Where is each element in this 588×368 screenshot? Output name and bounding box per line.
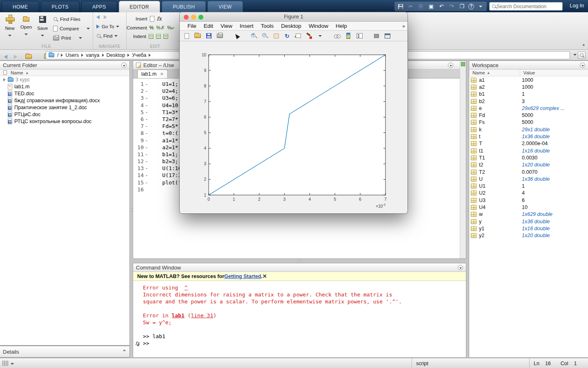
- command-output[interactable]: Error using ^Incorrect dimensions for ra…: [133, 281, 466, 347]
- undo-icon[interactable]: ↶: [438, 3, 445, 10]
- brush-dropdown-icon[interactable]: [316, 32, 324, 40]
- error-link[interactable]: ^: [185, 285, 188, 291]
- insert-fx-icon[interactable]: fx: [157, 16, 162, 22]
- menu-overflow-icon[interactable]: »: [402, 23, 408, 29]
- print-dropdown-icon[interactable]: [79, 37, 82, 39]
- table-row[interactable]: a11000: [469, 76, 588, 83]
- getting-started-link[interactable]: Getting Started: [224, 274, 261, 279]
- insert-icon[interactable]: [150, 16, 154, 22]
- nav-back-icon[interactable]: [4, 53, 7, 61]
- breadcrumb-segment[interactable]: vanya: [86, 52, 99, 58]
- open-dropdown-icon[interactable]: [24, 34, 28, 35]
- table-row[interactable]: U410: [469, 204, 588, 211]
- list-item[interactable]: РТЦС контрольные вопросы.doc: [0, 118, 129, 125]
- pan-hand-icon[interactable]: [272, 32, 280, 40]
- indent-left-icon[interactable]: [163, 34, 168, 39]
- menu-view[interactable]: View: [217, 23, 236, 29]
- rotate-3d-icon[interactable]: ↻: [283, 32, 291, 40]
- forward-icon[interactable]: [104, 15, 107, 19]
- search-input[interactable]: [497, 4, 558, 9]
- banner-close-icon[interactable]: ✕: [263, 274, 267, 279]
- new-document-icon[interactable]: [183, 32, 190, 40]
- save-dropdown-icon[interactable]: [41, 35, 44, 36]
- table-row[interactable]: U11: [469, 182, 588, 189]
- wrap-comment-icon[interactable]: %⤶: [167, 25, 174, 31]
- back-icon[interactable]: [96, 15, 100, 19]
- tab-publish[interactable]: PUBLISH: [162, 1, 206, 12]
- tab-plots[interactable]: PLOTS: [41, 1, 80, 12]
- open-file-icon[interactable]: [194, 32, 201, 40]
- list-item[interactable]: РТЦиС.doc: [0, 111, 129, 118]
- table-row[interactable]: T20.0070: [469, 168, 588, 175]
- table-row[interactable]: a21000: [469, 83, 588, 90]
- ws-name-column-header[interactable]: Name: [472, 70, 485, 75]
- tab-editor[interactable]: EDITOR: [119, 1, 160, 12]
- fx-prompt-icon[interactable]: fx: [135, 340, 140, 347]
- print-button[interactable]: Print: [53, 34, 82, 42]
- save-button[interactable]: Save: [34, 15, 51, 38]
- figure-window[interactable]: Figure 1 FileEditViewInsertToolsDesktopW…: [180, 12, 408, 213]
- window-switch-icon[interactable]: ❐: [458, 3, 466, 10]
- compare-button[interactable]: Compare: [53, 25, 90, 32]
- table-row[interactable]: y1x36 double: [469, 218, 588, 225]
- tab-view[interactable]: VIEW: [207, 1, 243, 12]
- open-button[interactable]: Open: [18, 15, 34, 37]
- menu-desktop[interactable]: Desktop: [277, 23, 305, 29]
- zoom-in-icon[interactable]: [250, 32, 258, 40]
- editor-tab-grip[interactable]: [133, 70, 137, 78]
- arrow-cursor-icon[interactable]: [233, 32, 241, 40]
- redo-icon[interactable]: ↷: [448, 3, 455, 10]
- file-type-column-icon[interactable]: [3, 70, 7, 75]
- new-button[interactable]: New: [2, 15, 18, 38]
- table-row[interactable]: U1x36 double: [469, 175, 588, 182]
- table-row[interactable]: y21x20 double: [469, 232, 588, 239]
- save-figure-icon[interactable]: [205, 32, 212, 40]
- list-item[interactable]: 3 курс: [0, 76, 129, 83]
- collapse-ribbon-button[interactable]: ▴: [582, 42, 585, 47]
- tab-apps[interactable]: APPS: [81, 1, 117, 12]
- uncomment-icon[interactable]: %✗: [156, 25, 165, 31]
- find-button[interactable]: Find: [96, 34, 118, 38]
- insert-legend-icon[interactable]: [356, 32, 363, 40]
- menu-tools[interactable]: Tools: [257, 23, 278, 29]
- table-row[interactable]: T10.0030: [469, 154, 588, 161]
- compare-dropdown-icon[interactable]: [87, 28, 90, 29]
- table-row[interactable]: t21x20 double: [469, 162, 588, 168]
- statusbar-grip-dropdown-icon[interactable]: [11, 363, 14, 365]
- ws-value-column-header[interactable]: Value: [520, 70, 535, 76]
- table-row[interactable]: w1x629 double: [469, 211, 588, 218]
- list-item[interactable]: lab1.m: [0, 83, 129, 90]
- data-cursor-icon[interactable]: [294, 32, 302, 40]
- expand-icon[interactable]: [3, 78, 6, 81]
- table-row[interactable]: b11: [469, 91, 588, 98]
- nav-forward-icon[interactable]: [14, 53, 17, 61]
- comment-icon[interactable]: %: [149, 25, 154, 31]
- documentation-search[interactable]: [489, 2, 563, 11]
- statusbar-grip-icon[interactable]: [2, 361, 9, 366]
- breadcrumb-segment[interactable]: Users: [65, 52, 79, 58]
- show-plot-tools-icon[interactable]: [384, 32, 391, 40]
- list-item[interactable]: бжд( справочная информация).docx: [0, 97, 129, 104]
- path-dropdown-icon[interactable]: [573, 54, 577, 56]
- current-folder-menu-icon[interactable]: [121, 63, 127, 68]
- table-row[interactable]: Fs5000: [469, 119, 588, 126]
- table-row[interactable]: T2.0000e-04: [469, 140, 588, 147]
- editor-menu-icon[interactable]: [448, 63, 453, 68]
- list-item[interactable]: Практическое занятие 1_2.doc: [0, 104, 129, 111]
- menu-window[interactable]: Window: [305, 23, 332, 29]
- menu-file[interactable]: File: [184, 23, 200, 29]
- table-row[interactable]: U24: [469, 190, 588, 197]
- menu-insert[interactable]: Insert: [236, 23, 257, 29]
- find-dropdown-icon[interactable]: [114, 35, 118, 37]
- list-item[interactable]: TED.doc: [0, 90, 129, 97]
- workspace-menu-icon[interactable]: [580, 63, 585, 68]
- goto-button[interactable]: Go To: [96, 24, 119, 29]
- breadcrumb-segment[interactable]: /: [57, 52, 58, 58]
- error-link[interactable]: lab1: [172, 312, 184, 319]
- editor-message-indicator[interactable]: [461, 62, 465, 66]
- tab-home[interactable]: HOME: [2, 1, 39, 12]
- table-row[interactable]: e29x629 complex ...: [469, 105, 588, 112]
- zoom-out-icon[interactable]: [261, 32, 269, 40]
- right-splitter-handle[interactable]: [466, 209, 468, 211]
- figure-title-bar[interactable]: Figure 1: [180, 12, 408, 22]
